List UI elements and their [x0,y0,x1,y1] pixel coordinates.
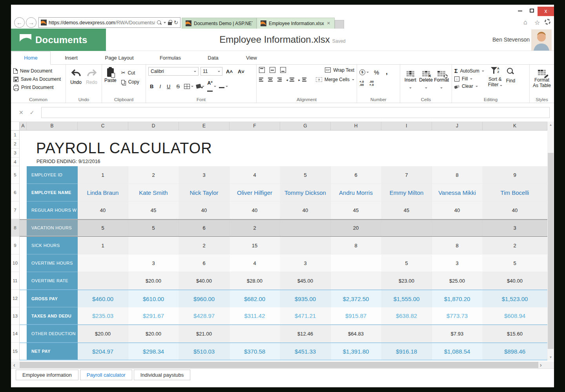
cell-K11[interactable]: $40.00 [483,272,547,290]
cut-button[interactable]: ✂Cut [121,70,139,76]
cell-E13[interactable]: $428.97 [179,307,230,325]
cell-K7[interactable]: 40 [483,201,547,219]
cell-H15[interactable]: $1,391.80 [331,343,381,360]
cell-G14[interactable]: $12.46 [280,325,331,343]
cell-K6[interactable]: Tim Bocelli [483,184,547,201]
column-header-F[interactable]: F [230,122,280,131]
row-header-3[interactable]: 3 [11,149,20,158]
new-document-button[interactable]: New Document [13,68,63,74]
cell-F14[interactable] [230,325,280,343]
cell-B5-label[interactable]: EMPLOYEE ID [27,166,78,184]
row-header-7[interactable]: 7 [11,201,20,219]
cell-J7[interactable]: 40 [432,201,483,219]
column-header-E[interactable]: E [179,122,230,131]
find-button[interactable]: Find [506,67,515,89]
cell-D8[interactable]: 5 [128,220,179,236]
sheet-tab-individual-paystubs[interactable]: Individual paystubs [134,370,191,380]
vertical-scroll-thumb[interactable] [548,153,554,349]
cell-A5[interactable] [20,166,27,184]
comma-format-button[interactable]: , [384,68,389,76]
cell-J15[interactable]: $1,088.54 [432,343,483,360]
forward-button[interactable]: → [26,17,36,28]
cell-F6[interactable]: Oliver Hilfiger [230,184,280,201]
cell-G6[interactable]: Tommy Dickson [280,184,331,201]
cell-C7[interactable]: 40 [78,201,128,219]
cell-E7[interactable]: 40 [179,201,230,219]
scroll-left-icon[interactable]: ‹ [13,361,15,368]
cell-H6[interactable]: Andru Morris [331,184,381,201]
merge-cells-button[interactable]: aMerge Cells [316,77,354,82]
row-header-15[interactable]: 15 [11,343,20,360]
cell-A13[interactable] [20,307,27,325]
row-header-12[interactable]: 12 [11,290,20,307]
horizontal-scrollbar[interactable]: ‹ › [11,361,554,368]
cell-B8-label[interactable]: VACATION HOURS [27,220,78,236]
cell-A6[interactable] [20,184,27,201]
cell-F9[interactable]: 15 [230,237,280,254]
format-as-table-button[interactable]: FormatAs Table [532,67,552,88]
address-bar[interactable]: https://demos.devexpress.com/RWA/Documen… [38,17,180,28]
formula-input[interactable] [41,107,550,118]
row-header-5[interactable]: 5 [11,166,20,184]
cell-I13[interactable]: $638.82 [381,307,432,325]
select-all-corner[interactable] [11,122,20,131]
cell-A12[interactable] [20,290,27,307]
font-color-button[interactable]: Ao [207,79,216,93]
cell-A14[interactable] [20,325,27,343]
cell-E14[interactable]: $21.00 [179,325,230,343]
row-header-6[interactable]: 6 [11,184,20,201]
cell-A15[interactable] [20,343,27,360]
currency-format-button[interactable]: $ [359,69,369,75]
cell-G12[interactable]: $935.00 [280,290,331,307]
cell-K10[interactable]: 5 [483,254,547,272]
cell-K14[interactable]: $15.60 [483,325,547,343]
row-header-2[interactable]: 2 [11,140,20,149]
cell-I5[interactable]: 7 [381,166,432,184]
cell-F12[interactable]: $682.00 [230,290,280,307]
cell-G8[interactable] [280,220,331,236]
cell-J5[interactable]: 8 [432,166,483,184]
search-dropdown-icon[interactable] [164,22,166,24]
column-header-J[interactable]: J [432,122,483,131]
cell-J14[interactable]: $7.93 [432,325,483,343]
cell-D5[interactable]: 2 [128,166,179,184]
cell-I6[interactable]: Emmy Milton [381,184,432,201]
cell-H8[interactable]: 20 [331,220,381,236]
cell-G13[interactable]: $471.21 [280,307,331,325]
insert-cells-button[interactable]: ← Insert [403,67,418,90]
row-header-14[interactable]: 14 [11,325,20,343]
clear-button[interactable]: Clear [454,83,484,89]
format-cells-button[interactable]: Format [434,67,449,90]
cell-B10-label[interactable]: OVERTIME HOURS [27,254,78,272]
column-header-A[interactable]: A [20,122,27,131]
cell-C13[interactable]: $235.03 [78,307,128,325]
scroll-up-icon[interactable]: ▲ [547,122,554,128]
row-header-1[interactable]: 1 [11,131,20,140]
cell-J11[interactable]: $25.00 [432,272,483,290]
column-header-C[interactable]: C [78,122,128,131]
cell-H10[interactable] [331,254,381,272]
cell-E9[interactable]: 2 [179,237,230,254]
ribbon-tab-page-layout[interactable]: Page Layout [92,52,147,64]
cell-C14[interactable]: $20.00 [78,325,128,343]
cell-F10[interactable]: 4 [230,254,280,272]
align-bottom-button[interactable] [280,67,286,73]
cell-C6[interactable]: Linda Braun [78,184,128,201]
column-header-I[interactable]: I [381,122,432,131]
formula-cancel-icon[interactable]: ✕ [19,109,24,116]
font-family-select[interactable]: Calibri [148,67,199,76]
column-header-H[interactable]: H [331,122,381,131]
ribbon-tab-home[interactable]: Home [11,51,51,65]
fill-color-button[interactable] [196,84,204,88]
cell-H7[interactable]: 45 [331,201,381,219]
favorites-star-icon[interactable]: ☆ [534,19,540,26]
browser-tab[interactable]: Employee Information.xlsx✕ [257,18,335,29]
cell-K8[interactable]: 3 [483,220,547,236]
cell-G11[interactable]: $45.00 [280,272,331,290]
row-header-9[interactable]: 9 [11,237,20,254]
fill-button[interactable]: ↓Fill [454,76,484,82]
cell-B7-label[interactable]: REGULAR HOURS W [27,201,78,219]
cell-A8[interactable] [20,220,27,236]
cell-K13[interactable]: $608.94 [483,307,547,325]
align-top-button[interactable] [259,67,265,73]
